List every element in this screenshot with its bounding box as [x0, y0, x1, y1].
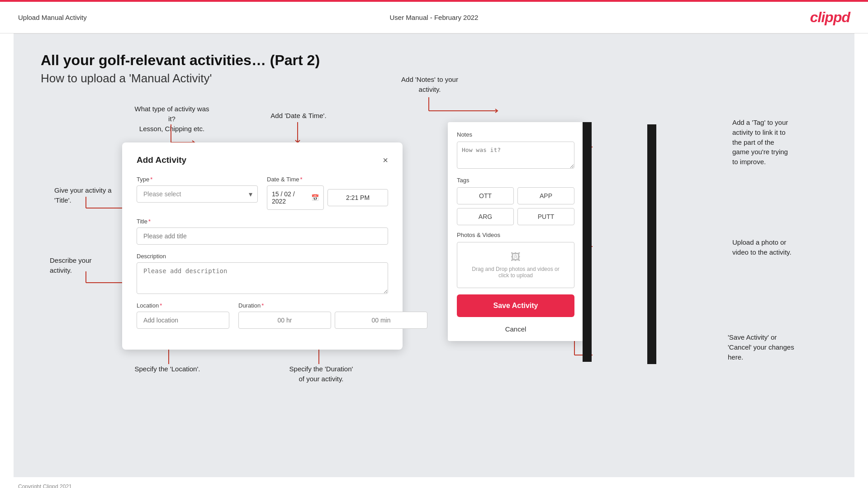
- title-label: Title*: [137, 218, 388, 225]
- annotation-photo: Upload a photo orvideo to the activity.: [732, 237, 827, 257]
- duration-label: Duration*: [238, 302, 427, 309]
- time-input[interactable]: 2:21 PM: [327, 189, 388, 206]
- photos-upload-area[interactable]: 🖼 Drag and Drop photos and videos orclic…: [457, 242, 574, 288]
- top-bar: Upload Manual Activity User Manual - Feb…: [0, 2, 868, 33]
- phone-sidebar-left: [647, 124, 656, 364]
- main-content: All your golf-relevant activities… (Part…: [14, 34, 854, 477]
- main-heading: All your golf-relevant activities… (Part…: [41, 52, 320, 69]
- tag-ott[interactable]: OTT: [457, 187, 514, 204]
- datetime-group: Date & Time* 15 / 02 / 2022 📅 2:21 PM: [267, 176, 388, 210]
- duration-min-input[interactable]: [335, 312, 427, 329]
- description-input[interactable]: [137, 262, 388, 294]
- type-group: Type* Please select: [137, 176, 258, 210]
- annotation-date-time: Add 'Date & Time'.: [262, 111, 335, 121]
- location-duration-row: Location* Duration*: [137, 302, 388, 329]
- datetime-label: Date & Time*: [267, 176, 388, 183]
- copyright: Copyright Clippd 2021: [0, 477, 868, 488]
- title-row: Title*: [137, 218, 388, 245]
- photos-description: Drag and Drop photos and videos orclick …: [472, 266, 559, 279]
- tags-label: Tags: [457, 177, 574, 184]
- date-input[interactable]: 15 / 02 / 2022 📅: [267, 185, 324, 210]
- annotation-save-cancel: 'Save Activity' or'Cancel' your changesh…: [728, 332, 827, 362]
- duration-hr-input[interactable]: [238, 312, 331, 329]
- cancel-button[interactable]: Cancel: [457, 322, 574, 336]
- manual-label: User Manual - February 2022: [390, 14, 479, 21]
- photo-icon: 🖼: [511, 251, 521, 263]
- annotation-title: Give your activity a 'Title'.: [54, 185, 113, 205]
- annotation-duration: Specify the 'Duration'of your activity.: [271, 364, 371, 384]
- tag-app[interactable]: APP: [517, 187, 574, 204]
- tag-putt[interactable]: PUTT: [517, 208, 574, 225]
- type-select[interactable]: Please select: [137, 185, 258, 203]
- logo: clippd: [810, 9, 850, 26]
- phone-panel: Notes Tags OTT APP ARG PUTT Photos & Vid…: [448, 122, 583, 341]
- title-input[interactable]: [137, 227, 388, 245]
- description-row: Description: [137, 253, 388, 294]
- phone-sidebar-right: [583, 122, 592, 362]
- save-activity-button[interactable]: Save Activity: [457, 294, 574, 317]
- dialog-title: Add Activity: [137, 155, 186, 165]
- tags-grid: OTT APP ARG PUTT: [457, 187, 574, 225]
- annotation-tag: Add a 'Tag' to youractivity to link it t…: [732, 118, 827, 167]
- location-input[interactable]: [137, 312, 229, 329]
- calendar-icon[interactable]: 📅: [311, 194, 319, 201]
- type-label: Type*: [137, 176, 258, 183]
- date-time-inputs: 15 / 02 / 2022 📅 2:21 PM: [267, 185, 388, 210]
- title-group: Title*: [137, 218, 388, 245]
- tag-arg[interactable]: ARG: [457, 208, 514, 225]
- type-datetime-row: Type* Please select Date & Time* 15 /: [137, 176, 388, 210]
- type-select-wrapper[interactable]: Please select: [137, 185, 258, 203]
- location-group: Location*: [137, 302, 229, 329]
- date-value: 15 / 02 / 2022: [272, 190, 307, 205]
- description-group: Description: [137, 253, 388, 294]
- notes-input[interactable]: [457, 142, 574, 169]
- description-label: Description: [137, 253, 388, 260]
- dialog-header: Add Activity ×: [137, 155, 388, 165]
- duration-group: Duration*: [238, 302, 427, 329]
- photos-label: Photos & Videos: [457, 232, 574, 238]
- annotation-activity-type: What type of activity was it?Lesson, Chi…: [131, 104, 213, 133]
- annotation-notes: Add 'Notes' to youractivity.: [384, 75, 475, 95]
- duration-inputs: [238, 312, 427, 329]
- notes-label: Notes: [457, 131, 574, 138]
- annotation-describe: Describe youractivity.: [50, 256, 113, 275]
- page-title: Upload Manual Activity: [18, 14, 87, 21]
- close-button[interactable]: ×: [383, 156, 388, 165]
- annotation-location: Specify the 'Location'.: [127, 364, 208, 374]
- add-activity-dialog: Add Activity × Type* Please select: [122, 142, 403, 350]
- location-label: Location*: [137, 302, 229, 309]
- main-subheading: How to upload a 'Manual Activity': [41, 71, 320, 85]
